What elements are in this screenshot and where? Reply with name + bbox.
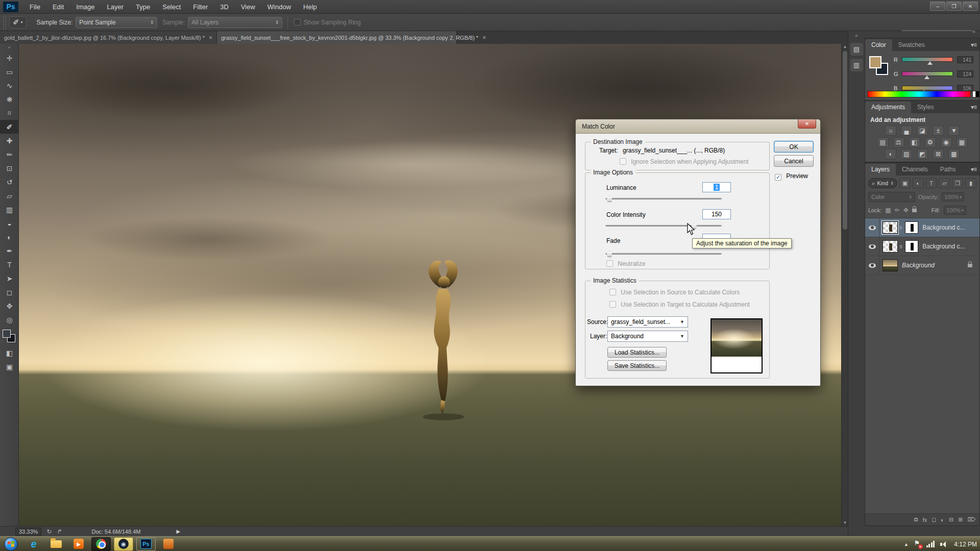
lasso-tool[interactable]: ∿: [0, 79, 19, 92]
menu-edit[interactable]: Edit: [46, 0, 70, 13]
filter-toggle-icon[interactable]: ▮: [965, 178, 976, 188]
tab-swatches[interactable]: Swatches: [892, 39, 931, 51]
status-options-arrow-icon[interactable]: ▶: [176, 529, 180, 534]
layer-row-background[interactable]: Background: [865, 256, 979, 275]
filter-smart-objects-icon[interactable]: ❒: [952, 178, 963, 188]
layer-dropdown[interactable]: Background▼: [607, 331, 688, 342]
color-balance-icon[interactable]: ⚖: [893, 137, 904, 147]
hand-tool[interactable]: ✥: [0, 299, 19, 313]
slider-thumb[interactable]: [924, 76, 929, 79]
threshold-icon[interactable]: ◩: [917, 149, 928, 159]
action-center-icon[interactable]: ✕: [914, 541, 921, 548]
levels-icon[interactable]: ▄: [901, 126, 912, 136]
selective-color-icon[interactable]: ⊠: [933, 149, 944, 159]
menu-select[interactable]: Select: [156, 0, 187, 13]
network-icon[interactable]: [926, 541, 935, 547]
pen-tool[interactable]: ✒: [0, 244, 19, 258]
lock-position-icon[interactable]: ✥: [903, 207, 909, 214]
exposure-icon[interactable]: ±: [933, 126, 944, 136]
luminance-field[interactable]: 1: [702, 182, 731, 192]
tab-channels[interactable]: Channels: [896, 164, 934, 176]
add-layer-mask-icon[interactable]: ◻: [932, 516, 936, 523]
eraser-tool[interactable]: ▱: [0, 189, 19, 203]
taskbar-explorer[interactable]: [46, 537, 66, 551]
slider-thumb[interactable]: [606, 196, 612, 202]
panel-menu-icon[interactable]: ▾≡: [971, 41, 976, 48]
color-intensity-field[interactable]: 150: [702, 209, 731, 219]
dialog-close-button[interactable]: ✕: [798, 119, 816, 129]
neutralize-checkbox[interactable]: [606, 260, 613, 267]
eyedropper-tool[interactable]: ✐: [0, 120, 19, 134]
history-brush-tool[interactable]: ↺: [0, 175, 19, 189]
color-intensity-slider[interactable]: [605, 223, 722, 229]
red-channel-slider[interactable]: [902, 57, 953, 62]
invert-icon[interactable]: ◐: [885, 149, 896, 159]
blue-channel-slider[interactable]: [902, 86, 953, 91]
luminance-slider[interactable]: [605, 196, 722, 202]
brush-tool[interactable]: ✏: [0, 147, 19, 161]
properties-panel-icon[interactable]: ▥: [850, 59, 863, 71]
sync-status-icon[interactable]: ↻: [46, 528, 52, 535]
tool-preset-picker[interactable]: ✐ ▾: [9, 16, 27, 29]
color-spectrum-ramp[interactable]: [867, 91, 971, 97]
green-channel-slider[interactable]: [902, 71, 953, 77]
menu-type[interactable]: Type: [130, 0, 156, 13]
filter-kind-dropdown[interactable]: ⌕ Kind ⇕: [868, 178, 897, 188]
black-swatch[interactable]: [976, 91, 979, 97]
tab-paths[interactable]: Paths: [934, 164, 962, 176]
tab-adjustments[interactable]: Adjustments: [865, 102, 911, 113]
document-tab-grassy-field[interactable]: grassy_field_sunset___free_stock_by_kevr…: [217, 31, 457, 44]
vibrance-icon[interactable]: ▼: [948, 126, 960, 136]
marquee-tool[interactable]: ▭: [0, 65, 19, 79]
fade-slider[interactable]: [605, 251, 722, 257]
sample-size-dropdown[interactable]: Point Sample ⇕: [76, 17, 157, 28]
visibility-toggle[interactable]: [865, 218, 879, 237]
slider-thumb[interactable]: [927, 61, 933, 65]
foreground-color-swatch[interactable]: [3, 330, 11, 338]
slider-thumb[interactable]: [606, 251, 612, 257]
fill-field[interactable]: 100%▾: [944, 206, 966, 215]
path-selection-tool[interactable]: ➤: [0, 271, 19, 285]
black-white-icon[interactable]: ◧: [909, 137, 920, 147]
history-panel-icon[interactable]: ▤: [850, 43, 863, 56]
expand-dock-icon[interactable]: «: [848, 31, 865, 40]
channel-mixer-icon[interactable]: ◉: [941, 137, 952, 147]
menu-filter[interactable]: Filter: [187, 0, 214, 13]
taskbar-app-orange[interactable]: [159, 537, 178, 551]
vertical-scrollbar[interactable]: ▲ ▼: [841, 44, 848, 526]
photo-filter-icon[interactable]: ❂: [925, 137, 936, 147]
tab-layers[interactable]: Layers: [865, 164, 896, 176]
visibility-toggle[interactable]: [865, 237, 879, 256]
menu-image[interactable]: Image: [70, 0, 101, 13]
tab-styles[interactable]: Styles: [911, 102, 940, 113]
hue-saturation-icon[interactable]: ▤: [877, 137, 889, 147]
curves-icon[interactable]: ◪: [917, 126, 928, 136]
tab-close-icon[interactable]: ×: [209, 34, 212, 41]
filter-shape-layers-icon[interactable]: ▱: [939, 178, 950, 188]
white-swatch[interactable]: [972, 91, 976, 97]
menu-layer[interactable]: Layer: [101, 0, 130, 13]
gradient-map-icon[interactable]: ▩: [948, 149, 960, 159]
layer-name[interactable]: Background c...: [922, 224, 965, 231]
color-lookup-icon[interactable]: ▦: [957, 137, 968, 147]
volume-icon[interactable]: [940, 541, 947, 547]
menu-view[interactable]: View: [235, 0, 261, 13]
lock-all-icon[interactable]: [912, 209, 917, 212]
restore-button[interactable]: ❐: [946, 2, 962, 11]
quick-selection-tool[interactable]: ❋: [0, 92, 19, 106]
preview-checkbox[interactable]: ✓: [775, 174, 781, 181]
tab-close-icon[interactable]: ×: [482, 34, 486, 41]
foreground-color-swatch[interactable]: [869, 56, 881, 68]
screen-mode-button[interactable]: ▣: [0, 360, 19, 373]
cancel-button[interactable]: Cancel: [774, 155, 814, 167]
menu-3d[interactable]: 3D: [214, 0, 235, 13]
taskbar-internet-explorer[interactable]: e: [24, 537, 43, 551]
layer-thumbnail[interactable]: [883, 240, 898, 253]
type-tool[interactable]: T: [0, 258, 19, 271]
load-statistics-button[interactable]: Load Statistics...: [607, 347, 667, 358]
move-tool[interactable]: ✛: [0, 51, 19, 65]
collapse-toolbar-icon[interactable]: »: [0, 44, 18, 51]
panel-menu-icon[interactable]: ▾≡: [971, 166, 976, 173]
opacity-field[interactable]: 100%▾: [942, 192, 964, 202]
visibility-toggle[interactable]: [865, 256, 879, 274]
